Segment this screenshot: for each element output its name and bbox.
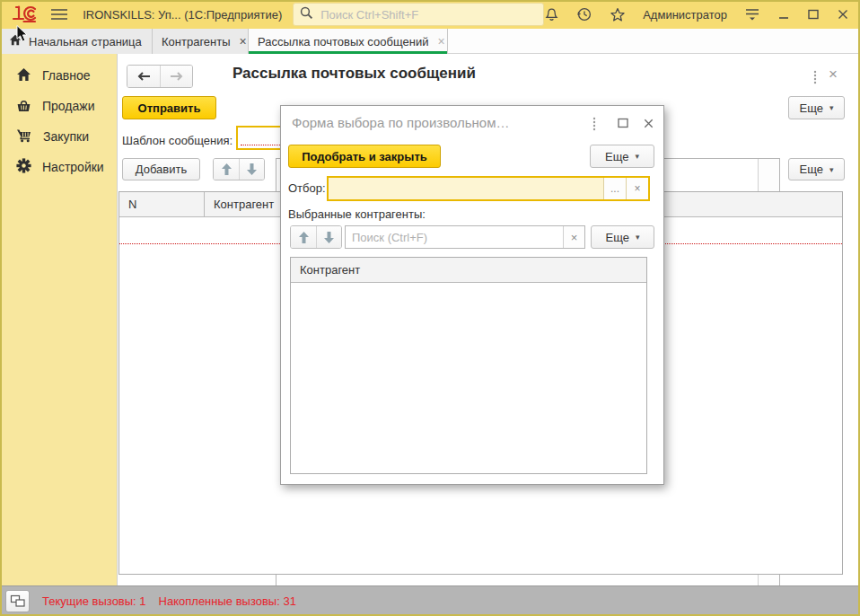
minimize-window-icon[interactable] xyxy=(777,8,790,21)
dialog-menu-icon[interactable] xyxy=(588,116,601,132)
forward-button[interactable] xyxy=(160,66,192,87)
gear-icon xyxy=(16,158,31,176)
app-window: IRONSKILLS: Уп... (1С:Предприятие) xyxy=(0,0,860,616)
home-icon xyxy=(9,34,22,48)
more-button[interactable]: Еще▾ xyxy=(788,96,845,119)
sidebar-item-label: Главное xyxy=(42,68,91,83)
functions-menu-icon[interactable] xyxy=(744,7,760,22)
sidebar-item-label: Закупки xyxy=(43,129,89,144)
template-label: Шаблон сообщения: xyxy=(122,134,233,147)
statusbar: Текущие вызовы: 1 Накопленные вызовы: 31 xyxy=(0,585,860,616)
sidebar-item-label: Настройки xyxy=(42,160,104,174)
tab-close-icon[interactable]: × xyxy=(435,35,446,48)
tab-home[interactable]: Начальная страница xyxy=(0,29,153,54)
dialog-search-field[interactable]: × xyxy=(345,225,585,249)
filter-field[interactable]: ... × xyxy=(327,176,650,201)
add-button[interactable]: Добавить xyxy=(122,158,200,180)
tab-label: Начальная страница xyxy=(29,35,142,48)
tab-label: Рассылка почтовых сообщений xyxy=(258,35,428,48)
move-down-icon[interactable] xyxy=(239,159,264,180)
hamburger-menu-icon[interactable] xyxy=(50,6,68,22)
global-search-input[interactable] xyxy=(319,7,537,22)
1c-logo-icon xyxy=(11,4,38,24)
move-up-icon[interactable] xyxy=(214,159,239,180)
tabbar: Начальная страница Контрагенты × Рассылк… xyxy=(0,29,860,54)
home-icon xyxy=(16,67,31,84)
sidebar: Главное Продажи xyxy=(0,54,117,585)
titlebar-actions: Администратор xyxy=(544,6,860,22)
reorder-buttons xyxy=(290,225,342,249)
filter-input[interactable] xyxy=(329,182,603,196)
selected-contractors-table[interactable]: Контрагент xyxy=(290,257,647,474)
titlebar: IRONSKILLS: Уп... (1С:Предприятие) xyxy=(0,0,860,29)
chevron-down-icon: ▾ xyxy=(636,233,640,242)
page-menu-icon[interactable] xyxy=(809,69,821,85)
choose-ellipsis-icon[interactable]: ... xyxy=(603,178,626,199)
history-icon[interactable] xyxy=(576,6,592,22)
chevron-down-icon: ▾ xyxy=(635,152,639,161)
dialog-title: Форма выбора по произвольном… xyxy=(292,115,509,130)
page-close-icon[interactable]: × xyxy=(829,66,838,84)
basket-icon xyxy=(16,98,31,115)
send-button[interactable]: Отправить xyxy=(122,96,216,119)
more-button[interactable]: Еще▾ xyxy=(590,145,654,168)
cart-icon xyxy=(16,128,32,145)
dialog-search-input[interactable] xyxy=(346,231,563,244)
back-button[interactable] xyxy=(127,66,160,87)
table-header: Контрагент xyxy=(291,258,646,283)
current-user[interactable]: Администратор xyxy=(643,8,727,22)
more-button[interactable]: Еще▾ xyxy=(788,158,845,180)
move-up-icon[interactable] xyxy=(291,226,316,248)
dialog-maximize-icon[interactable] xyxy=(615,116,631,130)
maximize-window-icon[interactable] xyxy=(807,8,820,21)
favorites-star-icon[interactable] xyxy=(610,7,626,22)
column-header-n[interactable]: N xyxy=(119,192,204,216)
global-search[interactable] xyxy=(293,3,544,26)
tab-close-icon[interactable]: × xyxy=(238,35,249,48)
search-icon xyxy=(300,6,313,22)
clear-filter-icon[interactable]: × xyxy=(626,178,648,199)
sidebar-item-sales[interactable]: Продажи xyxy=(0,91,117,121)
notifications-bell-icon[interactable] xyxy=(544,7,559,22)
selected-contractors-label: Выбранные контрагенты: xyxy=(288,207,426,221)
sidebar-item-label: Продажи xyxy=(42,99,94,113)
filter-label: Отбор: xyxy=(288,181,326,195)
sidebar-item-purchases[interactable]: Закупки xyxy=(0,121,117,152)
tab-contractors[interactable]: Контрагенты × xyxy=(153,29,249,54)
app-title: IRONSKILLS: Уп... (1С:Предприятие) xyxy=(83,8,282,22)
tab-mail-distribution[interactable]: Рассылка почтовых сообщений × xyxy=(249,29,448,54)
current-calls: Текущие вызовы: 1 xyxy=(42,594,146,608)
chevron-down-icon: ▾ xyxy=(829,103,834,112)
column-header-contractor[interactable]: Контрагент xyxy=(291,258,646,282)
more-button[interactable]: Еще▾ xyxy=(591,225,654,249)
accumulated-calls: Накопленные вызовы: 31 xyxy=(159,594,296,608)
tab-label: Контрагенты xyxy=(162,35,231,48)
page-title: Рассылка почтовых сообщений xyxy=(233,65,476,83)
chevron-down-icon: ▾ xyxy=(829,165,834,174)
move-down-icon[interactable] xyxy=(316,226,341,248)
pick-and-close-button[interactable]: Подобрать и закрыть xyxy=(288,145,441,168)
navigation-buttons xyxy=(127,65,193,88)
performance-indicator-icon[interactable] xyxy=(5,590,30,612)
sidebar-item-settings[interactable]: Настройки xyxy=(0,152,117,182)
sidebar-item-main[interactable]: Главное xyxy=(0,60,117,91)
dialog-close-icon[interactable] xyxy=(640,115,656,131)
selection-dialog: Форма выбора по произвольном… Подобрать … xyxy=(280,105,664,485)
close-window-icon[interactable] xyxy=(837,8,849,21)
clear-search-icon[interactable]: × xyxy=(563,226,584,248)
reorder-buttons xyxy=(213,158,265,180)
